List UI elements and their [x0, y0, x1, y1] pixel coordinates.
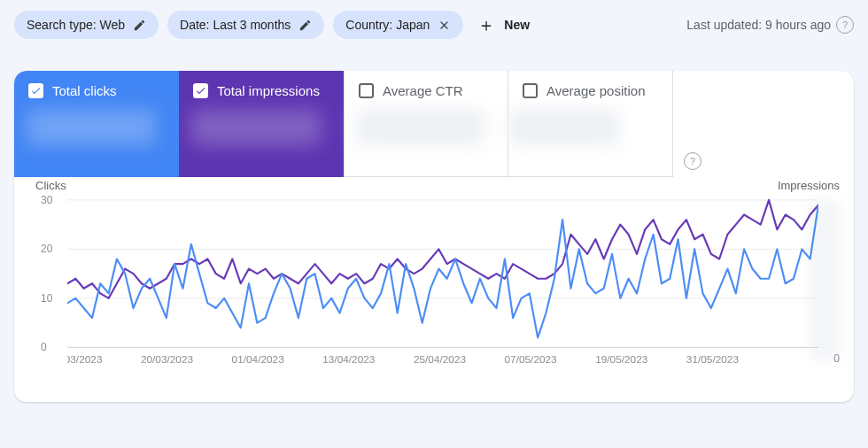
svg-text:19/05/2023: 19/05/2023	[595, 353, 648, 365]
svg-text:07/05/2023: 07/05/2023	[505, 353, 558, 365]
svg-text:01/04/2023: 01/04/2023	[232, 353, 285, 365]
metric-total-clicks[interactable]: Total clicks	[14, 71, 179, 177]
svg-text:08/03/2023: 08/03/2023	[67, 353, 103, 365]
performance-card: Total clicks Total impressions Average C…	[14, 71, 854, 402]
last-updated: Last updated: 9 hours ago ?	[686, 16, 854, 34]
y-tick: 20	[41, 243, 52, 255]
pencil-icon	[298, 18, 312, 32]
checkbox-checked-icon	[193, 83, 208, 98]
add-filter-button[interactable]: ＋ New	[472, 11, 539, 39]
chip-label: Country: Japan	[345, 16, 430, 34]
left-axis-title: Clicks	[35, 179, 66, 192]
new-label: New	[504, 18, 530, 32]
svg-text:31/05/2023: 31/05/2023	[686, 353, 740, 365]
chip-label: Date: Last 3 months	[180, 16, 291, 34]
checkbox-unchecked-icon	[359, 83, 374, 98]
svg-text:20/03/2023: 20/03/2023	[141, 353, 194, 365]
svg-text:13/04/2023: 13/04/2023	[322, 353, 376, 365]
chart-svg: 08/03/202320/03/202301/04/202313/04/2023…	[67, 195, 818, 365]
help-icon[interactable]: ?	[836, 16, 854, 34]
metric-label: Total impressions	[217, 83, 320, 98]
pencil-icon	[132, 18, 146, 32]
checkbox-checked-icon	[28, 83, 43, 98]
plot-area[interactable]: 08/03/202320/03/202301/04/202313/04/2023…	[67, 195, 818, 365]
date-chip[interactable]: Date: Last 3 months	[167, 11, 324, 39]
plus-icon: ＋	[477, 16, 495, 34]
svg-text:25/04/2023: 25/04/2023	[414, 353, 467, 365]
metric-average-ctr[interactable]: Average CTR	[344, 71, 508, 177]
y-tick: 0	[41, 341, 47, 353]
country-chip[interactable]: Country: Japan	[333, 11, 463, 39]
metric-average-position[interactable]: Average position	[508, 71, 673, 177]
metric-label: Average CTR	[383, 83, 463, 98]
checkbox-unchecked-icon	[523, 83, 538, 98]
performance-chart: Clicks Impressions 0 08/03/202320/03/202…	[28, 188, 840, 391]
updated-text: Last updated: 9 hours ago	[686, 18, 831, 32]
search-type-chip[interactable]: Search type: Web	[14, 11, 159, 39]
metric-label: Total clicks	[52, 83, 117, 98]
chip-label: Search type: Web	[27, 16, 125, 34]
right-axis-tick: 0	[833, 352, 840, 365]
y-tick: 10	[41, 292, 52, 305]
metric-label: Average position	[546, 83, 645, 98]
filter-bar: Search type: Web Date: Last 3 months Cou…	[14, 9, 854, 41]
close-icon[interactable]	[437, 18, 451, 32]
metric-tabs: Total clicks Total impressions Average C…	[14, 71, 854, 177]
y-tick: 30	[41, 194, 52, 206]
right-axis-title: Impressions	[778, 179, 840, 192]
metric-total-impressions[interactable]: Total impressions	[179, 71, 344, 177]
help-icon[interactable]: ?	[684, 152, 701, 170]
